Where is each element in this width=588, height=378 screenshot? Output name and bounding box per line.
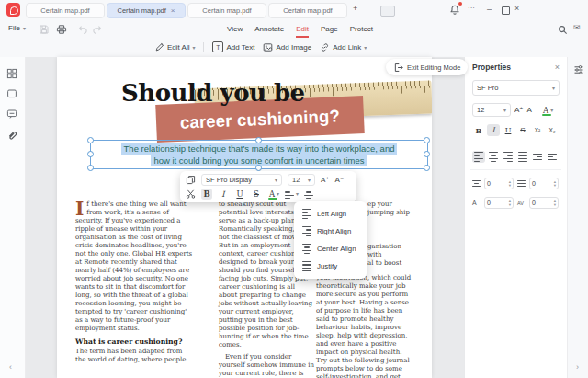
font-color-button[interactable]: A ▾ <box>541 105 553 116</box>
align-justify-button[interactable] <box>516 151 529 163</box>
properties-sliders-icon[interactable] <box>573 64 584 75</box>
undo-icon[interactable] <box>77 24 88 35</box>
document-tab-4[interactable]: Certain map.pdf <box>268 3 347 18</box>
paragraph-spacing-value: 0 <box>532 180 536 187</box>
exit-editing-mode-label: Exit Editing Mode <box>407 63 460 72</box>
bookmarks-panel-icon[interactable] <box>6 88 17 99</box>
account-badge[interactable] <box>380 6 395 17</box>
selection-handle[interactable] <box>87 165 94 171</box>
caret-down-icon: ▾ <box>23 25 26 31</box>
add-image-button[interactable]: Add Image <box>263 42 311 52</box>
properties-size-select[interactable]: 12 ▾ <box>472 103 511 117</box>
increase-indent-button[interactable] <box>546 151 559 163</box>
stepper[interactable]: ▴▾ <box>554 180 556 187</box>
save-icon[interactable] <box>39 24 50 35</box>
selection-handle[interactable] <box>87 137 94 143</box>
body-column-1[interactable]: If there's one thing we all want from wo… <box>75 200 195 368</box>
underline-button[interactable]: U <box>502 124 514 136</box>
menu-item-left-align[interactable]: Left Align <box>294 205 367 223</box>
strikethrough-button[interactable]: S <box>251 189 262 200</box>
superscript-button[interactable]: X² <box>531 124 544 136</box>
underline-button[interactable]: U <box>234 189 245 200</box>
menu-item-justify[interactable]: Justify <box>294 258 367 275</box>
selection-handle[interactable] <box>424 165 430 171</box>
new-tab-button[interactable]: + <box>353 3 357 15</box>
selection-handle[interactable] <box>87 151 94 157</box>
paragraph-spacing-icon <box>517 180 526 188</box>
italic-button[interactable]: I <box>218 189 229 200</box>
stepper[interactable]: ▴▾ <box>509 180 511 187</box>
add-text-button[interactable]: T Add Text <box>212 41 254 52</box>
increase-font-button[interactable]: A⁺ <box>514 106 524 114</box>
menu-item-right-align[interactable]: Right Align <box>294 223 367 240</box>
decrease-font-button[interactable]: A⁻ <box>527 106 537 114</box>
caret-down-icon: ▾ <box>275 177 277 183</box>
menu-page[interactable]: Page <box>321 25 338 38</box>
cut-scissors-icon[interactable] <box>186 189 196 199</box>
panel-divider <box>470 143 561 143</box>
thumbnails-panel-icon[interactable] <box>6 68 17 79</box>
alignment-menu-button[interactable]: ▾ <box>285 189 299 199</box>
bold-button[interactable]: B <box>472 124 485 136</box>
menu-annotate[interactable]: Annotate <box>254 25 284 38</box>
font-family-select[interactable]: SF Pro Display ▾ <box>201 174 282 186</box>
window-maximize-button[interactable] <box>502 6 510 15</box>
align-right-button[interactable] <box>502 151 514 163</box>
font-size-select[interactable]: 12 ▾ <box>288 174 315 186</box>
article-title[interactable]: Should you be <box>121 79 305 107</box>
line-spacing-icon[interactable] <box>304 189 313 199</box>
line-spacing-input[interactable]: 0 ▴▾ <box>484 178 514 189</box>
add-link-button[interactable]: Add Link ▾ <box>320 42 367 52</box>
selection-handle[interactable] <box>424 137 430 143</box>
app-logo-icon[interactable] <box>6 3 20 17</box>
selection-handle[interactable] <box>255 137 262 143</box>
decrease-indent-button[interactable] <box>531 151 544 163</box>
tab-close-icon[interactable]: × <box>171 6 175 15</box>
document-tab-2-active[interactable]: Certain map.pdf × <box>107 3 186 18</box>
subscript-button[interactable]: X₂ <box>546 124 559 136</box>
exit-editing-mode-button[interactable]: Exit Editing Mode <box>386 59 468 75</box>
align-left-button-active[interactable] <box>472 151 485 163</box>
document-tab-3[interactable]: Certain map.pdf <box>187 3 266 18</box>
stepper[interactable]: ▴▾ <box>554 200 556 206</box>
stepper[interactable]: ▴▾ <box>509 200 511 206</box>
file-menu[interactable]: File ▾ <box>8 24 26 32</box>
decrease-font-button[interactable]: A⁻ <box>335 176 345 184</box>
collapse-sidebar-chevron[interactable]: ‹ <box>9 362 12 372</box>
attachments-panel-icon[interactable] <box>6 129 17 140</box>
menu-view[interactable]: View <box>227 25 243 38</box>
word-spacing-input[interactable]: 0 ▴▾ <box>529 197 559 209</box>
selection-handle[interactable] <box>424 151 430 157</box>
alignment-dropdown-menu: Left Align Right Align Center Align Just… <box>294 201 367 279</box>
menu-edit-active[interactable]: Edit <box>296 25 309 38</box>
menu-item-center-align[interactable]: Center Align <box>294 240 367 258</box>
expand-panel-chevron[interactable]: › <box>576 362 579 372</box>
align-center-button[interactable] <box>487 151 500 163</box>
italic-button-active[interactable]: I <box>487 124 500 136</box>
col1-paragraph-2: The term has been adapted from the world… <box>75 348 195 364</box>
window-close-button[interactable]: × <box>514 3 519 15</box>
bold-button[interactable]: B <box>201 189 212 200</box>
search-icon[interactable] <box>558 25 568 35</box>
increase-font-button[interactable]: A⁺ <box>321 176 330 184</box>
paragraph-spacing-input[interactable]: 0 ▴▾ <box>529 178 559 189</box>
menu-protect[interactable]: Protect <box>350 25 373 38</box>
character-spacing-input[interactable]: 0 ▴▾ <box>484 197 514 209</box>
strikethrough-button[interactable]: S <box>516 124 529 136</box>
word-spacing-icon: AV <box>517 200 526 206</box>
properties-font-select[interactable]: SF Pro ▾ <box>472 80 560 96</box>
edit-all-button[interactable]: Edit All ▾ <box>154 42 195 52</box>
notifications-bell-icon[interactable] <box>449 4 460 16</box>
selection-handle[interactable] <box>255 165 262 171</box>
pdf-page[interactable]: Should you be career cushioning? The rel… <box>57 57 432 378</box>
more-options-button[interactable]: ··· <box>468 2 475 14</box>
window-minimize-button[interactable]: – <box>487 4 492 16</box>
print-icon[interactable] <box>56 24 67 35</box>
copy-icon[interactable] <box>186 175 196 185</box>
share-envelope-icon[interactable]: ✉ <box>573 23 581 32</box>
document-tab-1[interactable]: Certain map.pdf <box>26 3 105 18</box>
font-color-button[interactable]: A ▾ <box>267 189 279 200</box>
redo-icon[interactable] <box>92 24 103 35</box>
close-panel-icon[interactable]: × <box>555 63 560 72</box>
comments-panel-icon[interactable] <box>6 109 17 120</box>
